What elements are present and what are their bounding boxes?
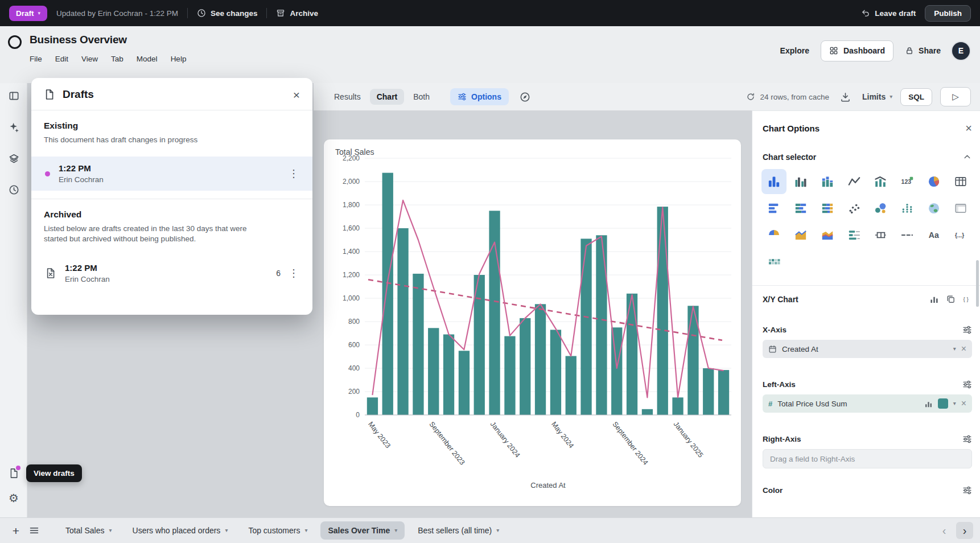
omni-logo-icon[interactable]: [8, 35, 22, 49]
chevron-up-icon[interactable]: [962, 152, 972, 162]
view-drafts-button[interactable]: [3, 463, 24, 483]
x-axis-field-pill[interactable]: Created At ▾ ×: [763, 340, 972, 358]
color-settings-icon[interactable]: [962, 486, 972, 495]
chart-type-boxplot-icon[interactable]: [868, 223, 893, 248]
chart-type-heatmap-icon[interactable]: [761, 249, 787, 274]
chart-type-single-value-icon[interactable]: 123: [895, 169, 920, 194]
chart-type-bar-line-icon[interactable]: [868, 169, 893, 194]
user-avatar[interactable]: E: [952, 42, 970, 60]
chart-type-area-stacked-icon[interactable]: [815, 223, 840, 248]
left-axis-settings-icon[interactable]: [962, 380, 972, 389]
left-axis-field-pill[interactable]: # Total Price Usd Sum ▾ ×: [763, 394, 972, 413]
model-layers-button[interactable]: [3, 148, 24, 168]
total-sales-chart[interactable]: 02004006008001,0001,2001,4001,6001,8002,…: [324, 139, 741, 506]
sql-button[interactable]: SQL: [900, 88, 932, 106]
series-color-swatch[interactable]: [938, 398, 948, 409]
menu-model[interactable]: Model: [137, 55, 158, 63]
chart-type-bar-horizontal-icon[interactable]: [761, 196, 787, 221]
mini-bar-chart-icon[interactable]: [929, 294, 939, 304]
chevron-down-icon[interactable]: ▾: [394, 528, 397, 533]
chart-type-pie-icon[interactable]: [921, 169, 946, 194]
ai-assistant-button[interactable]: [3, 117, 24, 137]
chart-type-bar-horizontal-stacked-icon[interactable]: [788, 196, 813, 221]
chart-type-area-icon[interactable]: [788, 223, 813, 248]
settings-button[interactable]: ⚙: [3, 488, 24, 508]
scroll-tabs-left-button[interactable]: ‹: [936, 522, 953, 539]
run-query-button[interactable]: ▷: [940, 87, 971, 106]
scroll-tabs-right-button[interactable]: ›: [956, 522, 973, 539]
explore-compass-button[interactable]: [517, 88, 534, 105]
remove-field-icon[interactable]: ×: [961, 344, 966, 353]
existing-draft-row[interactable]: 1:22 PM Erin Cochran ⋮: [31, 157, 312, 191]
see-changes-button[interactable]: See changes: [197, 9, 258, 18]
doc-tab-total-sales[interactable]: Total Sales▾: [58, 521, 120, 540]
view-tab-results[interactable]: Results: [327, 89, 368, 105]
chevron-down-icon[interactable]: ▾: [109, 528, 112, 533]
chart-type-bar-horizontal-full-icon[interactable]: [815, 196, 840, 221]
chart-type-list-icon[interactable]: [842, 223, 867, 248]
chart-type-pivot-table-icon[interactable]: [948, 196, 973, 221]
draft-menu-button[interactable]: ⋮: [289, 268, 299, 278]
view-drafts-tooltip[interactable]: View drafts: [26, 464, 82, 482]
archived-draft-row[interactable]: 1:22 PM Erin Cochran 6 ⋮: [31, 256, 312, 290]
chart-options-button[interactable]: Options: [450, 88, 509, 105]
add-tab-button[interactable]: +: [7, 521, 25, 540]
chart-type-text-icon[interactable]: Aa: [921, 223, 946, 248]
chart-type-bar-stacked-icon[interactable]: [815, 169, 840, 194]
braces-icon[interactable]: { }: [962, 294, 972, 304]
menu-tab[interactable]: Tab: [111, 55, 123, 63]
right-axis-settings-icon[interactable]: [962, 434, 972, 444]
chart-type-scatter-icon[interactable]: [842, 196, 867, 221]
leave-draft-button[interactable]: Leave draft: [861, 9, 916, 18]
close-panel-button[interactable]: ×: [965, 122, 972, 134]
remove-field-icon[interactable]: ×: [961, 399, 966, 408]
menu-edit[interactable]: Edit: [55, 55, 68, 63]
chart-type-rule-icon[interactable]: [895, 223, 920, 248]
history-button[interactable]: [3, 179, 24, 200]
chart-type-dot-plot-icon[interactable]: [895, 196, 920, 221]
archive-button[interactable]: Archive: [276, 9, 318, 18]
chevron-down-icon[interactable]: ▾: [304, 528, 307, 533]
chevron-down-icon[interactable]: ▾: [496, 528, 499, 533]
chart-type-table-icon[interactable]: [948, 169, 973, 194]
chevron-down-icon[interactable]: ▾: [225, 528, 228, 533]
chart-type-line-icon[interactable]: [842, 169, 867, 194]
right-axis-dropzone[interactable]: Drag a field to Right-Axis: [763, 449, 972, 468]
series-type-bar-icon[interactable]: [924, 400, 933, 408]
menu-help[interactable]: Help: [171, 55, 187, 63]
chart-type-map-icon[interactable]: [921, 196, 946, 221]
chevron-down-icon[interactable]: ▾: [953, 401, 956, 406]
publish-button[interactable]: Publish: [925, 5, 971, 22]
draft-menu-button[interactable]: ⋮: [289, 168, 299, 179]
chart-type-json-icon[interactable]: {...}: [948, 223, 973, 248]
sidebar-toggle-button[interactable]: [3, 85, 24, 106]
chevron-down-icon[interactable]: ▾: [953, 346, 956, 352]
tab-list-button[interactable]: [25, 521, 43, 540]
doc-tab-users-who-placed-orders[interactable]: Users who placed orders▾: [125, 521, 236, 540]
chart-selector-header[interactable]: Chart selector: [763, 152, 972, 162]
chart-type-bubble-icon[interactable]: [868, 196, 893, 221]
close-modal-button[interactable]: ×: [293, 89, 300, 101]
chart-type-bar-icon[interactable]: [761, 169, 787, 194]
limits-dropdown[interactable]: Limits ▾: [862, 92, 892, 101]
share-button[interactable]: Share: [905, 46, 941, 55]
panel-scrollbar[interactable]: [976, 260, 979, 307]
doc-tab-best-sellers-all-time-[interactable]: Best sellers (all time)▾: [410, 521, 507, 540]
view-tab-both[interactable]: Both: [406, 89, 437, 105]
x-axis-settings-icon[interactable]: [962, 325, 972, 335]
svg-text:January 2024: January 2024: [489, 420, 522, 459]
view-tab-chart[interactable]: Chart: [370, 89, 405, 105]
download-button[interactable]: [837, 88, 854, 105]
doc-tab-sales-over-time[interactable]: Sales Over Time▾: [320, 521, 405, 540]
menu-view[interactable]: View: [81, 55, 98, 63]
chart-type-gauge-icon[interactable]: [761, 223, 787, 248]
doc-tab-top-customers[interactable]: Top customers▾: [241, 521, 315, 540]
cache-refresh-icon[interactable]: [746, 92, 755, 101]
copy-icon[interactable]: [946, 294, 956, 304]
dashboard-button[interactable]: Dashboard: [821, 40, 893, 61]
explore-link[interactable]: Explore: [780, 46, 809, 55]
menu-file[interactable]: File: [30, 55, 42, 63]
chart-type-bar-grouped-icon[interactable]: [788, 169, 813, 194]
draft-status-dropdown[interactable]: Draft ▾: [9, 6, 47, 21]
draft-time: 1:22 PM: [65, 263, 110, 273]
